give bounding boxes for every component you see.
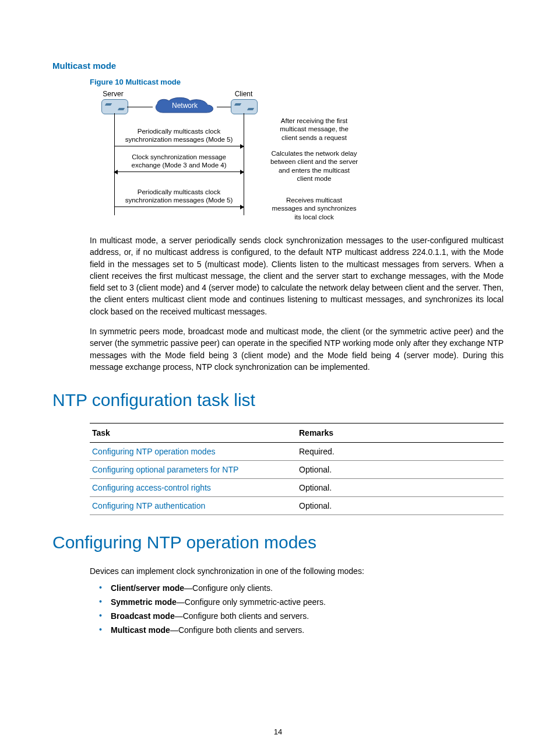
task-remarks: Optional. [297, 461, 504, 479]
table-row: Configuring NTP operation modes Required… [90, 443, 504, 461]
table-header-task: Task [90, 424, 297, 443]
diagram-side3: Receives multicastmessages and synchroni… [259, 196, 370, 221]
list-item: Multicast mode—Configure both clients an… [106, 623, 504, 637]
diagram-msg1: Periodically multicasts clocksynchroniza… [118, 127, 240, 144]
router-icon [231, 99, 258, 114]
figure-caption: Figure 10 Multicast mode [90, 78, 504, 86]
diagram-client-label: Client [226, 90, 261, 98]
table-row: Configuring NTP authentication Optional. [90, 497, 504, 515]
diagram-side1: After receiving the firstmulticast messa… [259, 117, 370, 142]
task-link[interactable]: Configuring NTP operation modes [92, 447, 215, 456]
list-item: Client/server mode—Configure only client… [106, 581, 504, 595]
diagram-side2: Calculates the network delaybetween clie… [259, 149, 370, 183]
diagram-msg2: Clock synchronization messageexchange (M… [118, 153, 240, 170]
diagram-network-label: Network [153, 102, 217, 110]
task-remarks: Optional. [297, 479, 504, 497]
task-remarks: Optional. [297, 497, 504, 515]
paragraph-modes-intro: Devices can implement clock synchronizat… [52, 565, 504, 577]
table-row: Configuring access-control rights Option… [90, 479, 504, 497]
page-number: 14 [0, 727, 556, 736]
task-link[interactable]: Configuring NTP authentication [92, 501, 205, 510]
heading-multicast-mode: Multicast mode [52, 61, 504, 71]
task-link[interactable]: Configuring optional parameters for NTP [92, 465, 238, 474]
table-ntp-tasks: Task Remarks Configuring NTP operation m… [90, 423, 504, 515]
task-link[interactable]: Configuring access-control rights [92, 483, 211, 492]
table-row: Configuring optional parameters for NTP … [90, 461, 504, 479]
list-item: Broadcast mode—Configure both clients an… [106, 609, 504, 623]
diagram-msg3: Periodically multicasts clocksynchroniza… [118, 188, 240, 205]
table-header-remarks: Remarks [297, 424, 504, 443]
figure-multicast-mode: Server Client Network Periodically multi… [90, 90, 370, 224]
paragraph-multicast-description: In multicast mode, a server periodically… [52, 235, 504, 317]
heading-configuring-ntp-operation-modes: Configuring NTP operation modes [52, 533, 504, 552]
list-operation-modes: Client/server mode—Configure only client… [90, 581, 504, 637]
list-item: Symmetric mode—Configure only symmetric-… [106, 595, 504, 609]
task-remarks: Required. [297, 443, 504, 461]
diagram-server-label: Server [96, 90, 131, 98]
heading-ntp-task-list: NTP configuration task list [52, 390, 504, 410]
router-icon [101, 99, 128, 114]
network-cloud-icon: Network [153, 97, 217, 117]
paragraph-symmetric-note: In symmetric peers mode, broadcast mode … [52, 326, 504, 373]
